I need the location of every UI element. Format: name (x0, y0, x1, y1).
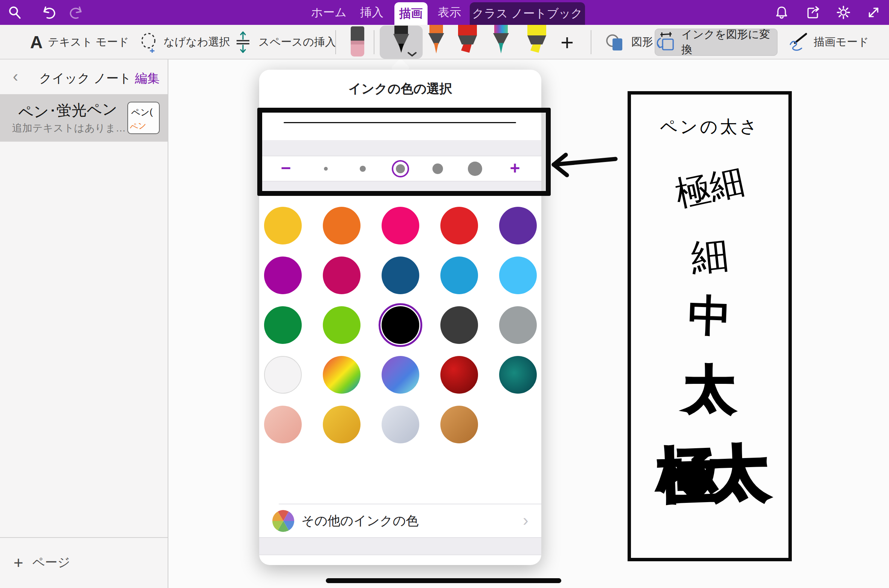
top-app-bar: ホーム 挿入 描画 表示 クラス ノートブック (0, 0, 889, 25)
size-dot[interactable] (360, 166, 366, 172)
yellow-highlighter-tool[interactable] (524, 25, 550, 59)
sample-extra-fine: 極細 (629, 154, 790, 221)
ink-to-shape-label: インクを図形に変換 (681, 27, 777, 57)
color-swatch-teal-marble[interactable] (499, 356, 537, 394)
size-dot[interactable] (324, 167, 328, 171)
increase-size-button[interactable]: + (510, 159, 520, 177)
color-swatch-rainbow-glitter[interactable] (323, 356, 360, 394)
section-gap (259, 140, 541, 156)
color-swatch-white[interactable] (264, 356, 302, 394)
share-icon[interactable] (800, 0, 826, 25)
black-pen-tool-selected[interactable] (380, 26, 423, 59)
shapes-label: 図形 (631, 35, 653, 50)
eraser-tool[interactable] (347, 26, 368, 59)
color-swatch-magenta[interactable] (264, 257, 302, 294)
add-pen-button[interactable]: + (561, 25, 574, 60)
color-swatch-rose-gold[interactable] (264, 406, 302, 443)
insert-space-button[interactable]: スペースの挿入 (233, 25, 336, 60)
color-grid (264, 207, 537, 443)
color-swatch-black[interactable] (382, 306, 419, 344)
text-mode-icon: A (30, 32, 43, 52)
decrease-size-button[interactable]: − (281, 159, 291, 177)
toolbar-separator (591, 30, 591, 54)
color-swatch-red-marble[interactable] (440, 356, 478, 394)
search-icon[interactable] (2, 0, 28, 25)
color-swatch-dark-gray[interactable] (440, 306, 478, 344)
section-gap (259, 182, 541, 191)
add-page-label: ページ (32, 554, 70, 571)
tab-draw[interactable]: 描画 (394, 2, 428, 25)
page-item-title: ペン･蛍光ペン (18, 98, 118, 122)
back-chevron-icon[interactable]: ‹ (13, 69, 18, 84)
tab-view[interactable]: 表示 (429, 0, 469, 25)
sidebar-header: ‹ クイック ノート 編集 (0, 60, 168, 94)
draw-mode-button[interactable]: 描画モード (787, 25, 869, 60)
insert-space-label: スペースの挿入 (258, 35, 336, 50)
chevron-right-icon: › (523, 511, 529, 530)
plus-icon: + (14, 553, 23, 572)
add-pen-label: + (561, 29, 574, 55)
tab-home[interactable]: ホーム (308, 0, 350, 25)
tab-class-notebook[interactable]: クラス ノートブック (470, 2, 585, 25)
ink-to-shape-button[interactable]: インクを図形に変換 (655, 29, 777, 56)
page-item-subtitle: 追加テキストはありま… (12, 121, 126, 135)
draw-mode-icon (787, 32, 808, 53)
ink-color-popup: インクの色の選択 −+ その他のインクの色 › (259, 70, 541, 565)
lasso-label: なげなわ選択 (163, 35, 230, 50)
hand-drawn-arrow-annotation (548, 148, 622, 183)
ink-to-shape-icon (655, 32, 676, 53)
stroke-preview (284, 122, 516, 123)
color-swatch-violet[interactable] (499, 207, 537, 244)
color-swatch-lime[interactable] (323, 306, 360, 344)
sample-medium: 中 (630, 292, 789, 341)
more-ink-colors-button[interactable]: その他のインクの色 › (259, 506, 541, 536)
toolbar-separator (374, 30, 374, 54)
color-swatch-dark-blue[interactable] (382, 257, 419, 294)
color-swatch-sky-blue[interactable] (499, 257, 537, 294)
draw-mode-label: 描画モード (814, 35, 869, 50)
home-indicator[interactable] (326, 578, 561, 583)
color-swatch-red[interactable] (440, 207, 478, 244)
bell-icon[interactable] (768, 0, 795, 25)
shapes-icon (604, 32, 626, 53)
page-thumbnail: ペン( ペン (127, 102, 160, 134)
lasso-icon (139, 32, 158, 53)
color-swatch-bronze[interactable] (440, 406, 478, 443)
settings-gear-icon[interactable] (830, 0, 857, 25)
page-list-sidebar: ‹ クイック ノート 編集 ペン･蛍光ペン 追加テキストはありま… ペン( ペン… (0, 60, 168, 588)
color-swatch-gray[interactable] (499, 306, 537, 344)
color-wheel-icon (272, 510, 294, 532)
add-page-button[interactable]: + ページ (0, 537, 168, 587)
size-dot[interactable] (468, 162, 482, 176)
red-highlighter-tool[interactable] (454, 25, 481, 59)
galaxy-pen-tool[interactable] (489, 25, 513, 59)
color-swatch-silver[interactable] (382, 406, 419, 443)
text-mode-button[interactable]: A テキスト モード (30, 25, 129, 60)
popup-title: インクの色の選択 (259, 80, 541, 98)
undo-icon[interactable] (35, 0, 62, 25)
sample-fine: 細 (629, 229, 790, 283)
edit-button[interactable]: 編集 (135, 70, 160, 87)
color-swatch-yellow[interactable] (264, 207, 302, 244)
lasso-select-button[interactable]: なげなわ選択 (139, 25, 230, 60)
orange-pen-tool[interactable] (424, 25, 448, 59)
color-swatch-blue[interactable] (440, 257, 478, 294)
size-dot[interactable] (432, 163, 443, 174)
tab-insert[interactable]: 挿入 (351, 0, 393, 25)
page-list-item-selected[interactable]: ペン･蛍光ペン 追加テキストはありま… ペン( ペン (0, 94, 168, 142)
draw-toolbar: A テキスト モード なげなわ選択 スペースの挿入 (0, 25, 889, 60)
color-swatch-galaxy[interactable] (382, 356, 419, 394)
color-swatch-green[interactable] (264, 306, 302, 344)
text-mode-label: テキスト モード (48, 35, 129, 50)
color-swatch-orange[interactable] (323, 207, 360, 244)
panel-title: ペンの太さ (631, 118, 788, 135)
redo-icon[interactable] (63, 0, 90, 25)
color-swatch-gold[interactable] (323, 406, 360, 443)
section-gap (259, 538, 541, 554)
color-swatch-pink[interactable] (382, 207, 419, 244)
notebook-title: クイック ノート (39, 70, 131, 87)
expand-icon[interactable] (860, 0, 887, 25)
size-dot-selected[interactable] (392, 160, 409, 177)
color-swatch-raspberry[interactable] (323, 257, 360, 294)
shapes-button[interactable]: 図形 (604, 25, 653, 60)
